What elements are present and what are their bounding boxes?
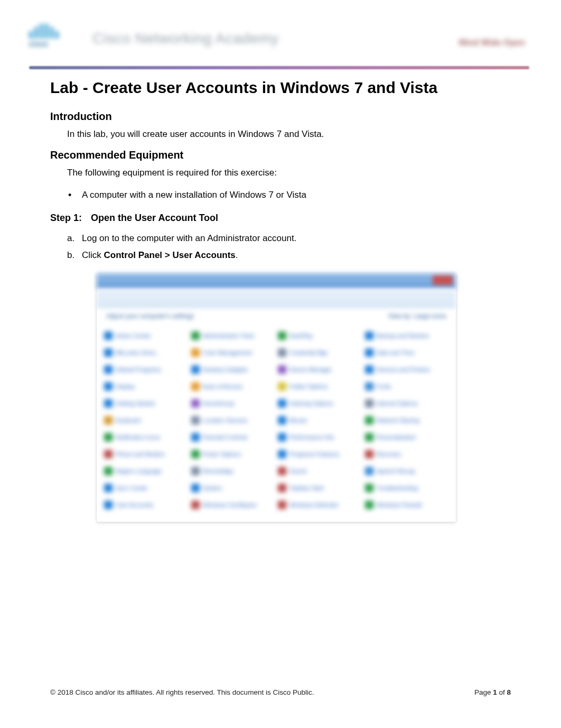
step-1-list: a. Log on to the computer with an Admini… [67, 230, 511, 264]
list-item: a. Log on to the computer with an Admini… [67, 230, 511, 247]
control-panel-item-icon [104, 416, 113, 425]
control-panel-item-icon [104, 450, 113, 458]
control-panel-item-icon [191, 416, 200, 425]
page-root: cisco Cisco Networking Academy Mind Wide… [0, 0, 561, 728]
introduction-body: In this lab, you will create user accoun… [67, 128, 511, 141]
control-panel-item: RemoteApp [191, 465, 275, 477]
control-panel-item-icon [104, 348, 113, 357]
control-panel-item-label: Credential Mgr [289, 349, 328, 356]
control-panel-item-icon [365, 382, 373, 391]
list-item: A computer with a new installation of Wi… [67, 188, 511, 202]
control-panel-item: Devices and Printers [365, 363, 449, 376]
control-panel-item: Administrative Tools [191, 329, 275, 342]
control-panel-item-icon [104, 433, 113, 441]
control-panel-item-label: Taskbar Start [289, 485, 324, 491]
control-panel-item: Notification Icons [104, 431, 188, 444]
control-panel-item: Region Language [104, 465, 188, 477]
control-panel-item: Windows Firewall [365, 499, 449, 511]
control-panel-item-icon [278, 331, 286, 340]
banner-title: Cisco Networking Academy [92, 30, 279, 47]
control-panel-item-icon [191, 484, 200, 492]
li-text: Log on to the computer with an Administr… [82, 233, 296, 243]
control-panel-item: Sound [278, 465, 362, 477]
control-panel-item-label: Troubleshooting [377, 485, 418, 491]
control-panel-item-label: Location Sensors [203, 417, 248, 423]
control-panel-item-icon [365, 433, 373, 441]
step-title: Open the User Account Tool [91, 213, 218, 223]
control-panel-item-icon [191, 348, 200, 357]
control-panel-item: Taskbar Start [278, 482, 362, 494]
header-banner: cisco Cisco Networking Academy Mind Wide… [29, 21, 529, 56]
control-panel-item-label: Display [116, 383, 135, 390]
control-panel-item: Date and Time [365, 346, 449, 359]
li-marker: b. [67, 247, 74, 264]
control-panel-item: Ease of Access [191, 380, 275, 393]
control-panel-item: HomeGroup [191, 397, 275, 410]
step-1-heading: Step 1: Open the User Account Tool [50, 213, 511, 224]
control-panel-item-icon [104, 399, 113, 408]
control-panel-item-icon [104, 365, 113, 374]
control-panel-item-icon [278, 450, 286, 458]
control-panel-item: Internet Options [365, 397, 449, 410]
control-panel-item-label: HomeGroup [203, 400, 235, 407]
control-panel-item-icon [278, 416, 286, 425]
window-subbar: Adjust your computer's settings View by:… [97, 308, 456, 324]
page-title: Lab - Create User Accounts in Windows 7 … [50, 79, 511, 97]
control-panel-item: Mouse [278, 414, 362, 427]
control-panel-item-icon [278, 399, 286, 408]
control-panel-item-icon [191, 433, 200, 441]
control-panel-item-label: Performance Info [289, 434, 334, 440]
li-marker: a. [67, 230, 74, 247]
control-panel-item-label: Desktop Gadgets [203, 366, 248, 373]
control-panel-item-label: Parental Controls [203, 434, 248, 440]
control-panel-item-icon [365, 450, 373, 458]
control-panel-item-icon [365, 365, 373, 374]
control-panel-item: Display [104, 380, 188, 393]
control-panel-item: Windows Defender [278, 499, 362, 511]
control-panel-item-label: Administrative Tools [203, 333, 255, 339]
control-panel-item: Getting Started [104, 397, 188, 410]
control-panel-item-label: Action Center [116, 333, 151, 339]
control-panel-item-label: Sound [289, 468, 306, 474]
control-panel-item-icon [104, 331, 113, 340]
control-panel-item-label: Device Manager [289, 366, 332, 373]
control-panel-item: Folder Options [278, 380, 362, 393]
control-panel-item-label: User Accounts [116, 502, 153, 508]
window-toolbar [97, 289, 456, 308]
control-panel-item: Sync Center [104, 482, 188, 494]
li-bold: Control Panel > User Accounts [104, 250, 236, 260]
control-panel-item-icon [278, 501, 286, 509]
control-panel-item: Programs Features [278, 448, 362, 460]
control-panel-item-icon [278, 484, 286, 492]
control-panel-item-label: Date and Time [377, 349, 415, 356]
equipment-heading: Recommended Equipment [50, 149, 511, 161]
control-panel-item-icon [191, 467, 200, 475]
introduction-heading: Introduction [50, 110, 511, 123]
control-panel-item-label: Internet Options [377, 400, 418, 407]
control-panel-item-icon [278, 382, 286, 391]
control-panel-item: Network Sharing [365, 414, 449, 427]
control-panel-item: Indexing Options [278, 397, 362, 410]
copyright-text: © 2018 Cisco and/or its affiliates. All … [50, 688, 314, 696]
control-panel-item: Power Options [191, 448, 275, 460]
li-prefix: Click [82, 250, 104, 260]
control-panel-item-label: Recovery [377, 451, 401, 457]
control-panel-item-label: Indexing Options [289, 400, 333, 407]
subbar-left-text: Adjust your computer's settings [106, 312, 194, 320]
control-panel-item-icon [365, 467, 373, 475]
control-panel-item-icon [278, 433, 286, 441]
control-panel-item: Windows CardSpace [191, 499, 275, 511]
control-panel-item-label: Mouse [289, 417, 307, 423]
control-panel-item: Keyboard [104, 414, 188, 427]
control-panel-item: System [191, 482, 275, 494]
control-panel-item-icon [365, 331, 373, 340]
control-panel-item-label: Default Programs [116, 366, 161, 373]
control-panel-item: BitLocker Drive... [104, 346, 188, 359]
cisco-logo-text: cisco [29, 40, 77, 48]
control-panel-item-label: Windows Defender [289, 502, 339, 508]
control-panel-item-label: Personalization [377, 434, 416, 440]
control-panel-item-icon [365, 484, 373, 492]
control-panel-item-label: Programs Features [289, 451, 339, 457]
control-panel-item: Location Sensors [191, 414, 275, 427]
control-panel-item-icon [278, 348, 286, 357]
